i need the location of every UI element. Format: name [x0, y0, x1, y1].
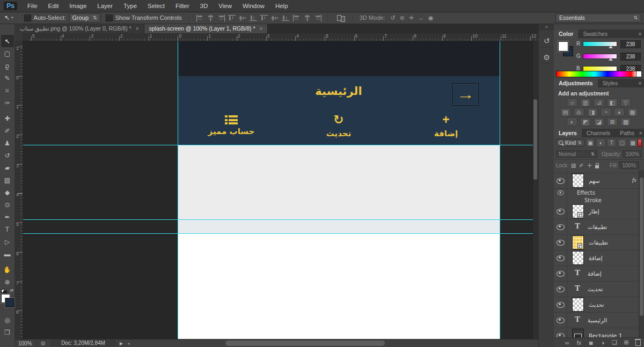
- visibility-toggle[interactable]: [554, 250, 567, 265]
- slider-thumb-icon[interactable]: [609, 58, 613, 61]
- vertical-ruler[interactable]: 1012345678: [15, 41, 23, 339]
- close-icon[interactable]: ×: [260, 26, 263, 32]
- blur-tool[interactable]: ◆: [1, 186, 14, 198]
- vibrance-icon[interactable]: ▽: [620, 98, 631, 107]
- green-value-field[interactable]: 238: [620, 53, 641, 61]
- panel-menu-icon[interactable]: ≡: [639, 79, 644, 87]
- lock-paint-icon[interactable]: ✐: [578, 162, 585, 169]
- layer-row[interactable]: الرئيسية: [554, 313, 644, 328]
- tab-styles[interactable]: Styles: [598, 79, 623, 87]
- distribute-top-edges-icon[interactable]: [260, 14, 268, 21]
- filter-adjustment-icon[interactable]: ◐: [596, 138, 605, 147]
- layer-thumbnail[interactable]: [572, 251, 584, 265]
- scroll-left-arrow-icon[interactable]: ◄: [127, 342, 130, 345]
- gradient-tool[interactable]: ▧: [1, 174, 14, 186]
- selective-color-icon[interactable]: ▩: [620, 117, 631, 126]
- levels-icon[interactable]: ▥: [580, 98, 591, 107]
- new-layer-icon[interactable]: ⊞: [623, 339, 630, 346]
- scrollbar-thumb[interactable]: [640, 178, 643, 316]
- menu-item[interactable]: View: [213, 3, 237, 9]
- move-tool[interactable]: ↖: [1, 35, 14, 47]
- lock-transparent-icon[interactable]: ▨: [570, 162, 577, 169]
- background-color-swatch[interactable]: [5, 298, 14, 307]
- panel-menu-icon[interactable]: ≡: [639, 129, 644, 137]
- lasso-tool[interactable]: ϱ: [1, 60, 14, 72]
- auto-select-checkbox[interactable]: [24, 14, 31, 21]
- visibility-toggle[interactable]: [554, 328, 567, 338]
- zoom-tool[interactable]: ⊕: [1, 276, 14, 288]
- hue-saturation-icon[interactable]: ▤: [560, 108, 571, 116]
- ruler-corner[interactable]: [15, 33, 23, 41]
- color-balance-icon[interactable]: ♎: [574, 108, 584, 116]
- visibility-toggle[interactable]: [554, 219, 567, 234]
- align-vertical-centers-icon[interactable]: [239, 14, 247, 21]
- zoom-level-field[interactable]: 100%: [18, 341, 32, 346]
- layer-row[interactable]: Stroke: [554, 196, 644, 204]
- photo-filter-icon[interactable]: ◔: [601, 108, 611, 116]
- canvas-horizontal-scrollbar-thumb[interactable]: [225, 341, 385, 346]
- menu-item[interactable]: Window: [237, 3, 270, 9]
- crop-tool[interactable]: ⌗: [1, 84, 14, 97]
- layer-row[interactable]: تحديث: [554, 297, 644, 313]
- layer-thumbnail[interactable]: [572, 298, 584, 312]
- 3d-roll-icon[interactable]: ⊚: [400, 14, 405, 21]
- menu-item[interactable]: Select: [142, 3, 170, 9]
- scrollbar-thumb[interactable]: [533, 99, 537, 180]
- clone-stamp-tool[interactable]: ♟: [1, 137, 14, 149]
- panel-menu-icon[interactable]: ≡: [639, 29, 644, 38]
- 3d-pan-icon[interactable]: ✛: [409, 14, 414, 21]
- layers-scrollbar[interactable]: [639, 170, 644, 338]
- guide-horizontal[interactable]: [23, 233, 533, 234]
- layer-row[interactable]: تطبيقات: [554, 219, 644, 235]
- 3d-slide-icon[interactable]: ↔: [418, 14, 424, 21]
- expand-panels-icon[interactable]: «: [539, 24, 554, 31]
- default-colors-icon[interactable]: [1, 289, 6, 294]
- blend-mode-dropdown[interactable]: Normal ⇅: [556, 150, 597, 158]
- menu-item[interactable]: Image: [64, 3, 92, 9]
- document-tab[interactable]: تطبيق سناب.png @ 100% (Layer 0, RGB/8) *…: [15, 24, 144, 33]
- visibility-toggle[interactable]: [554, 297, 567, 312]
- show-transform-checkbox[interactable]: [106, 14, 113, 21]
- swap-colors-icon[interactable]: ⇄: [10, 288, 14, 293]
- tab-adjustments[interactable]: Adjustments: [554, 79, 598, 87]
- properties-panel-icon[interactable]: ⚙: [540, 51, 553, 64]
- distribute-vertical-centers-icon[interactable]: [271, 14, 279, 21]
- layer-thumbnail[interactable]: [572, 174, 584, 188]
- filter-toggle-switch[interactable]: [638, 139, 642, 147]
- 3d-orbit-icon[interactable]: ↺: [390, 14, 395, 21]
- guide-vertical[interactable]: [500, 41, 500, 339]
- tab-channels[interactable]: Channels: [582, 129, 615, 137]
- visibility-toggle[interactable]: [554, 189, 567, 196]
- type-tool[interactable]: T: [1, 223, 14, 235]
- pen-tool[interactable]: ✒: [1, 211, 14, 223]
- shape-tool[interactable]: ▬: [1, 248, 14, 260]
- history-panel-icon[interactable]: ↺: [540, 34, 553, 47]
- kind-filter-dropdown[interactable]: Kind ⇅: [556, 139, 584, 146]
- document-tab[interactable]: splash-screen @ 100% (Layer 1, RGB/8) * …: [144, 24, 268, 33]
- lock-move-icon[interactable]: ✛: [586, 162, 593, 169]
- history-brush-tool[interactable]: ↺: [1, 149, 14, 161]
- brightness-contrast-icon[interactable]: ☼: [567, 98, 577, 107]
- filter-smart-icon[interactable]: ▩: [628, 138, 638, 147]
- curves-icon[interactable]: ⊿: [594, 98, 604, 107]
- exposure-icon[interactable]: ◧: [607, 98, 618, 107]
- invert-icon[interactable]: ◐: [567, 117, 577, 126]
- status-flyout-arrow-icon[interactable]: ▶: [120, 341, 123, 346]
- tab-color[interactable]: Color: [554, 29, 578, 38]
- layer-thumbnail[interactable]: [572, 283, 583, 296]
- layer-row[interactable]: إطار: [554, 204, 644, 219]
- hand-tool[interactable]: ✋: [1, 263, 14, 276]
- add-layer-mask-icon[interactable]: ◙: [588, 339, 594, 346]
- filter-shape-icon[interactable]: ▢: [618, 138, 627, 147]
- align-horizontal-centers-icon[interactable]: [207, 14, 215, 21]
- menu-item[interactable]: Filter: [170, 3, 195, 9]
- dodge-tool[interactable]: ⊙: [1, 198, 14, 211]
- channel-mixer-icon[interactable]: ◕: [614, 108, 625, 116]
- guide-horizontal[interactable]: [23, 219, 533, 220]
- black-white-icon[interactable]: ◨: [587, 108, 598, 116]
- menu-item[interactable]: Layer: [92, 3, 118, 9]
- tab-paths[interactable]: Paths: [615, 129, 639, 137]
- group-dropdown[interactable]: Group⇅: [69, 13, 100, 23]
- brush-tool[interactable]: ✐: [1, 124, 14, 137]
- foreground-color-swatch[interactable]: [558, 41, 568, 51]
